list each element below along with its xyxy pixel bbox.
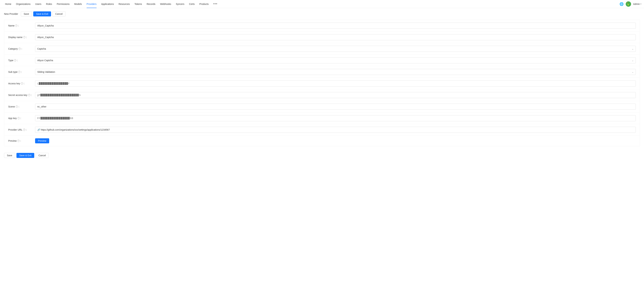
category-help-icon[interactable]: ? [18,48,21,50]
category-select-wrapper: Captcha OAuth SAML LDAP [35,46,636,52]
nav-right: 🌐 🦜 Admin ▾ [620,1,641,7]
nav-item-organizations[interactable]: Organizations [14,0,33,8]
scene-row: Scene ? : [4,101,640,113]
subtype-label: Sub type ? : [8,71,35,73]
category-label: Category ? : [8,47,35,50]
nav-item-tokens[interactable]: Tokens [132,0,144,8]
nav-items: Home Organizations Users Roles Permissio… [3,0,620,8]
provider-url-row: Provider URL ? : 🔗 [4,124,640,136]
nav-item-records[interactable]: Records [144,0,158,8]
page-title: New Provider [4,12,18,15]
preview-row: Preview ? : Preview [4,136,640,146]
type-label: Type ? : [8,59,35,62]
name-input[interactable] [35,23,636,29]
subtype-select[interactable]: Sliding Validation Smart Verification Cl… [35,69,636,75]
nav-item-models[interactable]: Models [72,0,84,8]
nav-item-certs[interactable]: Certs [187,0,197,8]
provider-form: Name ? : Display name ? : Category ? : [4,20,640,146]
link-icon: 🔗 [37,129,40,131]
app-key-row: App key ? : [4,113,640,124]
language-icon[interactable]: 🌐 [620,2,624,6]
nav-item-webhooks[interactable]: Webhooks [158,0,174,8]
display-name-input[interactable] [35,34,636,40]
name-row: Name ? : [4,20,640,31]
nav-item-products[interactable]: Products [197,0,211,8]
provider-url-input[interactable] [41,129,634,131]
avatar: 🦜 [626,1,631,7]
nav-item-home[interactable]: Home [3,0,14,8]
access-key-label: Access key ? : [8,82,35,85]
save-exit-button[interactable]: Save & Exit [33,11,51,16]
top-toolbar: New Provider Save Save & Exit Cancel [4,11,640,16]
subtype-select-wrapper: Sliding Validation Smart Verification Cl… [35,69,636,75]
display-name-row: Display name ? : [4,31,640,43]
app-key-help-icon[interactable]: ? [18,117,20,119]
nav-item-applications[interactable]: Applications [99,0,116,8]
scene-label: Scene ? : [8,105,35,108]
type-select[interactable]: Aliyun Captcha Google reCAPTCHA hCaptcha [35,57,636,63]
nav-item-resources[interactable]: Resources [116,0,132,8]
main-content: New Provider Save Save & Exit Cancel Nam… [0,8,644,164]
scene-help-icon[interactable]: ? [16,106,18,108]
preview-button[interactable]: Preview [35,138,49,143]
top-nav: Home Organizations Users Roles Permissio… [0,0,644,8]
provider-url-input-wrapper: 🔗 [35,127,636,133]
category-select[interactable]: Captcha OAuth SAML LDAP [35,46,636,52]
scene-input[interactable] [35,104,636,110]
name-label: Name ? : [8,24,35,27]
preview-label: Preview ? : [8,140,35,142]
access-key-input[interactable] [35,80,636,87]
subtype-row: Sub type ? : Sliding Validation Smart Ve… [4,66,640,78]
type-help-icon[interactable]: ? [14,59,16,62]
secret-access-key-help-icon[interactable]: ? [28,94,30,96]
nav-item-syncers[interactable]: Syncers [174,0,187,8]
admin-menu[interactable]: Admin ▾ [633,3,641,5]
app-key-input[interactable] [35,115,636,121]
nav-item-roles[interactable]: Roles [44,0,54,8]
display-name-help-icon[interactable]: ? [23,36,26,38]
admin-label-text: Admin [633,3,640,5]
display-name-label: Display name ? : [8,36,35,39]
type-select-wrapper: Aliyun Captcha Google reCAPTCHA hCaptcha [35,57,636,63]
access-key-help-icon[interactable]: ? [21,82,23,85]
bottom-toolbar: Save Save & Exit Cancel [4,150,640,161]
nav-item-providers[interactable]: Providers [84,0,99,8]
admin-chevron-icon: ▾ [640,3,641,5]
provider-url-help-icon[interactable]: ? [23,129,25,131]
category-row: Category ? : Captcha OAuth SAML LDAP [4,43,640,55]
secret-access-key-label: Secret access key ? : [8,94,35,96]
nav-item-users[interactable]: Users [33,0,44,8]
save-button[interactable]: Save [21,11,32,16]
bottom-save-exit-button[interactable]: Save & Exit [16,153,34,158]
secret-access-key-input[interactable] [35,92,636,98]
nav-more-button[interactable]: ••• [211,0,220,8]
access-key-row: Access key ? : [4,78,640,89]
provider-url-label: Provider URL ? : [8,129,35,131]
nav-item-permissions[interactable]: Permissions [54,0,72,8]
bottom-cancel-button[interactable]: Cancel [36,153,49,158]
type-row: Type ? : Aliyun Captcha Google reCAPTCHA… [4,55,640,66]
preview-help-icon[interactable]: ? [17,140,20,142]
subtype-help-icon[interactable]: ? [18,71,20,73]
app-key-label: App key ? : [8,117,35,120]
name-help-icon[interactable]: ? [15,24,18,27]
secret-access-key-row: Secret access key ? : [4,89,640,101]
bottom-save-button[interactable]: Save [4,153,15,158]
cancel-button[interactable]: Cancel [52,11,66,16]
